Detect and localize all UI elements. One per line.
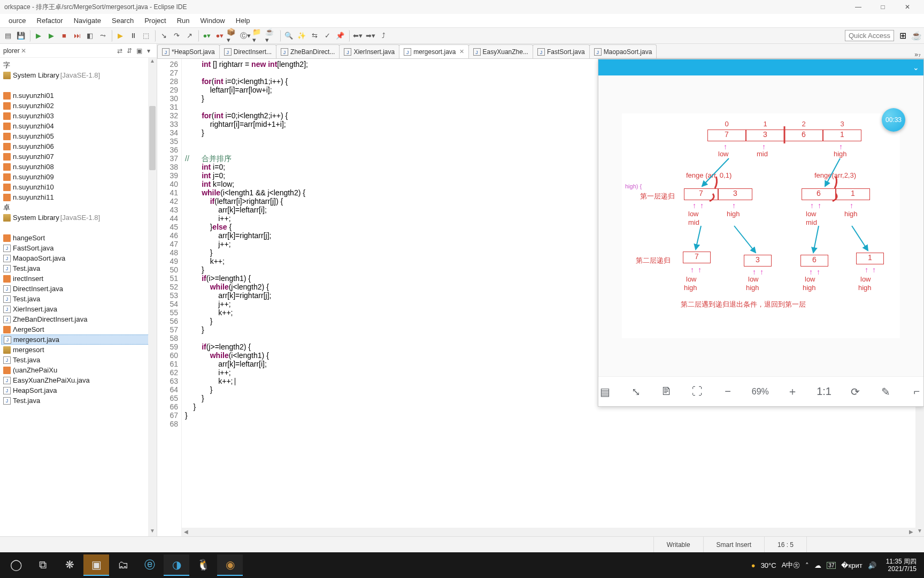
menu-search[interactable]: Search (106, 16, 139, 26)
start-button[interactable]: ◯ (3, 554, 29, 576)
tree-item[interactable]: System Library[JavaSE-1.8] (1, 212, 157, 223)
tool-stepover[interactable]: ↷ (171, 30, 182, 42)
app-qq[interactable]: 🐧 (190, 554, 216, 576)
tray-clock[interactable]: 11:35 周四 2021/7/15 (882, 558, 921, 573)
tab-close-icon[interactable]: ✕ (459, 48, 464, 55)
editor-tab[interactable]: JMaopaoSort.java (589, 44, 657, 58)
scroll-down-icon[interactable]: ▼ (148, 528, 157, 536)
chevron-down-icon[interactable]: ⌄ (913, 63, 919, 72)
tool-stepinto[interactable]: ↘ (158, 30, 170, 42)
tool-skip[interactable]: ⏭ (71, 30, 83, 42)
tree-item[interactable]: JEasyXuanZhePaiXu.java (1, 375, 157, 385)
tray-ime[interactable]: A中㉆ (782, 560, 800, 570)
viewer-fit-icon[interactable]: ⛶ (690, 383, 704, 400)
tree-item[interactable]: n.suyunzhi09 (1, 172, 157, 182)
window-minimize[interactable]: — (846, 0, 871, 14)
tree-item[interactable]: 卓 (1, 202, 157, 212)
viewer-grid-icon[interactable]: ▤ (598, 383, 612, 400)
tree-item[interactable]: (uanZhePaiXu (1, 365, 157, 375)
tray-up-icon[interactable]: ˄ (805, 561, 809, 569)
task-view[interactable]: ⧉ (30, 554, 56, 576)
tree-item[interactable]: JTest.java (1, 396, 157, 406)
editor-tab[interactable]: J*HeapSort.java (157, 44, 220, 58)
tool-stepreturn[interactable]: ↗ (183, 30, 195, 42)
tool-save[interactable]: 💾 (15, 30, 27, 42)
explorer-menu[interactable]: ▾ (144, 47, 153, 55)
viewer-shuffle-icon[interactable]: ⤡ (629, 383, 642, 400)
tree-item[interactable]: JZheBanDirectInsert.java (1, 314, 157, 324)
app-media[interactable]: ▣ (83, 554, 109, 576)
explorer-tree[interactable]: 字 System Library[JavaSE-1.8]n.suyunzhi01… (0, 58, 157, 536)
explorer-scrollbar[interactable]: ▲ ▼ (148, 58, 157, 536)
tree-item[interactable]: n.suyunzhi04 (1, 121, 157, 131)
tree-item[interactable]: n.suyunzhi06 (1, 141, 157, 151)
menu-refactor[interactable]: Refactor (32, 16, 68, 26)
window-maximize[interactable]: □ (871, 0, 895, 14)
editor-tab[interactable]: Jmergesort.java✕ (399, 44, 468, 58)
tool-pause[interactable]: ⏸ (127, 30, 139, 42)
tree-item[interactable]: JTest.java (1, 263, 157, 273)
tree-item[interactable]: n.suyunzhi02 (1, 101, 157, 111)
scroll-up-icon[interactable]: ▲ (148, 58, 157, 66)
scroll-thumb[interactable] (149, 106, 156, 170)
tree-item[interactable]: hangeSort (1, 233, 157, 243)
app-ie[interactable]: ⓔ (137, 554, 163, 576)
tool-pin[interactable]: 📌 (334, 30, 346, 42)
tool-pkg[interactable]: 📦▾ (227, 30, 238, 42)
code-line[interactable]: } (185, 411, 915, 420)
tree-item[interactable]: irectInsert (1, 273, 157, 284)
tool-terminate[interactable]: ⬚ (140, 30, 152, 42)
app-eclipse[interactable]: ◉ (217, 554, 243, 576)
tree-item[interactable]: JMaopaoSort.java (1, 253, 157, 263)
tree-item[interactable]: Jmergesort.java (1, 334, 157, 345)
viewer-ocr-icon[interactable]: 🖹 (660, 383, 673, 400)
menu-run[interactable]: Run (172, 16, 195, 26)
editor-tab[interactable]: JDirectInsert... (219, 44, 276, 58)
explorer-collapse[interactable]: ⇄ (115, 47, 125, 55)
viewer-canvas[interactable]: 00:33 0 1 2 3 7 3 6 1 ↑ ↑ ↑ low mid high… (598, 75, 923, 376)
viewer-rotate-icon[interactable]: ⟳ (849, 383, 862, 400)
tool-new[interactable]: ▤ (2, 30, 14, 42)
menu-project[interactable]: Project (139, 16, 171, 26)
perspective-java[interactable]: ☕ (911, 31, 922, 41)
tree-item[interactable]: n.suyunzhi03 (1, 111, 157, 121)
tool-run[interactable]: ▶ (45, 30, 57, 42)
editor-tab[interactable]: JZheBanDirect... (276, 44, 340, 58)
editor-tab[interactable]: JEasyXuanZhe... (468, 44, 533, 58)
tool-last[interactable]: ⤴ (378, 30, 389, 42)
perspective-open[interactable]: ⊞ (897, 31, 908, 41)
menu-help[interactable]: Help (230, 16, 256, 26)
tray-sound-icon[interactable]: 🔊 (868, 561, 876, 569)
viewer-zoom-out[interactable]: − (721, 383, 734, 400)
tree-item[interactable]: n.suyunzhi07 (1, 151, 157, 162)
tool-open[interactable]: ●▾ (201, 30, 213, 42)
viewer-zoom-in[interactable]: ＋ (786, 383, 799, 400)
tool-ext[interactable]: ●▾ (214, 30, 226, 42)
tool-wand[interactable]: ✨ (296, 30, 307, 42)
system-tray[interactable]: ● 30°C A中㉆ ˄ ☁ 37 �крит 🔊 (746, 560, 882, 570)
editor-tab[interactable]: JFastSort.java (533, 44, 590, 58)
tree-item[interactable]: JFastSort.java (1, 243, 157, 253)
tool-coverage[interactable]: ◧ (84, 30, 96, 42)
tool-newjava[interactable]: ☕▾ (265, 30, 277, 42)
editor-tab[interactable]: JXierInsert.java (339, 44, 399, 58)
editor-hscrollbar[interactable]: ◀ ▶ (182, 528, 915, 536)
tree-item[interactable]: n.suyunzhi11 (1, 192, 157, 202)
scroll-right-icon[interactable]: ▶ (907, 528, 915, 536)
code-line[interactable] (185, 420, 915, 428)
explorer-link[interactable]: ⇵ (125, 47, 134, 55)
tool-debug[interactable]: ▶ (33, 30, 44, 42)
app-obs[interactable]: ❋ (57, 554, 82, 576)
menu-window[interactable]: Window (195, 16, 230, 26)
tree-item[interactable] (1, 223, 157, 233)
tree-item[interactable]: mergesort (1, 345, 157, 355)
scroll-left-icon[interactable]: ◀ (182, 528, 190, 536)
tree-item[interactable]: n.suyunzhi05 (1, 131, 157, 141)
tool-search2[interactable]: 🔍 (283, 30, 295, 42)
explorer-focus[interactable]: ▣ (134, 47, 144, 55)
tree-item[interactable]: n.suyunzhi01 (1, 90, 157, 101)
tool-stop[interactable]: ■ (58, 30, 70, 42)
tree-item[interactable] (1, 80, 157, 90)
menu-source[interactable]: ource (3, 16, 32, 26)
tool-toggle[interactable]: ⇆ (309, 30, 320, 42)
